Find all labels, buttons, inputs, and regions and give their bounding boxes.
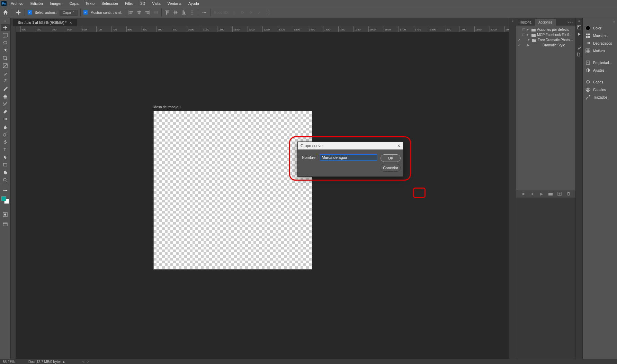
group-name-input[interactable]: [320, 154, 377, 161]
panel-menu-icon[interactable]: >> ≡: [565, 19, 575, 26]
action-row[interactable]: ▶MCP Facebook Fix 960 - P...: [518, 32, 574, 37]
align-middle-v-icon[interactable]: [173, 10, 178, 15]
new-set-icon[interactable]: [548, 191, 553, 197]
home-icon[interactable]: [2, 9, 9, 16]
distribute-h-icon[interactable]: [153, 10, 159, 15]
move-tool-icon[interactable]: [15, 9, 22, 16]
strip-brush-icon[interactable]: [577, 45, 582, 50]
magic-wand-tool[interactable]: [1, 47, 10, 54]
auto-select-checkbox[interactable]: ✓: [28, 10, 32, 15]
hand-tool[interactable]: [1, 169, 10, 176]
eyedropper-tool[interactable]: [1, 70, 10, 77]
swatches-panel-button[interactable]: Muestras: [583, 32, 617, 39]
align-center-h-icon[interactable]: [136, 10, 142, 15]
menu-vista[interactable]: Vista: [149, 0, 163, 7]
zoom-level[interactable]: 53.27%: [3, 360, 15, 364]
move-tool[interactable]: [1, 24, 10, 31]
menu-archivo[interactable]: Archivo: [8, 0, 26, 7]
new-action-icon[interactable]: [557, 191, 562, 197]
svg-rect-2: [157, 11, 158, 13]
color-swatches[interactable]: [1, 196, 9, 204]
blur-tool[interactable]: [1, 123, 10, 130]
status-bar: 53.27% Doc: 12.7 MB/0 bytes ▸ < >: [0, 359, 617, 364]
lasso-tool[interactable]: [1, 39, 10, 46]
doc-info[interactable]: Doc: 12.7 MB/0 bytes ▸: [28, 360, 65, 364]
cancel-button[interactable]: Cancelar: [381, 164, 401, 172]
document-tab[interactable]: Sin título-1 al 53.3% (RGB/8#) * ×: [13, 19, 77, 26]
clone-stamp-tool[interactable]: [1, 92, 10, 100]
strip-icon-1[interactable]: [577, 25, 582, 30]
history-brush-tool[interactable]: [1, 100, 10, 107]
right-icon-strip: «: [575, 18, 582, 359]
show-transform-checkbox[interactable]: ✓: [83, 10, 88, 15]
auto-select-target-dropdown[interactable]: Capa ˅: [60, 10, 78, 16]
crop-tool[interactable]: [1, 54, 10, 62]
dialog-titlebar[interactable]: Grupo nuevo ×: [298, 142, 403, 149]
path-selection-tool[interactable]: [1, 153, 10, 161]
document-area: Sin título-1 al 53.3% (RGB/8#) * × 05010…: [11, 18, 509, 359]
canvas-area[interactable]: 0501001502002503003504004505005506006507…: [11, 26, 509, 359]
menu-capa[interactable]: Capa: [66, 0, 81, 7]
svg-rect-22: [586, 34, 588, 35]
align-bottom-icon[interactable]: [181, 10, 187, 15]
color-panel-button[interactable]: Color: [583, 24, 617, 32]
name-label: Nombre:: [302, 154, 316, 160]
layers-panel-button[interactable]: Capas: [583, 78, 617, 86]
close-tab-icon[interactable]: ×: [69, 21, 72, 25]
menu-filtro[interactable]: Filtro: [122, 0, 136, 7]
quick-mask-icon[interactable]: [1, 211, 10, 218]
ok-button[interactable]: OK: [381, 154, 401, 162]
brush-tool[interactable]: [1, 85, 10, 92]
menu-imagen[interactable]: Imagen: [47, 0, 65, 7]
dialog-close-icon[interactable]: ×: [397, 143, 400, 148]
artboard[interactable]: [153, 111, 312, 270]
menu-seleccion[interactable]: Selección: [99, 0, 121, 7]
healing-brush-tool[interactable]: [1, 77, 10, 84]
menu-edicion[interactable]: Edición: [28, 0, 46, 7]
menu-texto[interactable]: Texto: [83, 0, 97, 7]
marquee-tool[interactable]: [1, 31, 10, 39]
status-nav[interactable]: < >: [82, 360, 89, 364]
record-icon[interactable]: ●: [530, 191, 535, 197]
adjustments-panel-button[interactable]: Ajustes: [583, 66, 617, 74]
menu-3d[interactable]: 3D: [137, 0, 148, 7]
properties-panel-button[interactable]: Propiedad...: [583, 59, 617, 66]
pen-tool[interactable]: [1, 138, 10, 145]
menu-ayuda[interactable]: Ayuda: [186, 0, 202, 7]
history-tab[interactable]: Historia: [516, 19, 535, 26]
stop-icon[interactable]: ■: [521, 191, 526, 197]
channels-panel-button[interactable]: Canales: [583, 86, 617, 93]
align-top-icon[interactable]: [164, 10, 170, 15]
rectangle-tool[interactable]: [1, 161, 10, 168]
eraser-tool[interactable]: [1, 108, 10, 115]
artboard-label[interactable]: Mesa de trabajo 1: [153, 105, 181, 109]
action-row[interactable]: ✓▶Dramatic Style: [518, 43, 574, 48]
svg-rect-24: [586, 36, 588, 38]
edit-toolbar-icon[interactable]: •••: [1, 186, 10, 194]
type-tool[interactable]: T: [1, 146, 10, 153]
strip-play-icon[interactable]: [577, 32, 582, 37]
zoom-tool[interactable]: [1, 176, 10, 183]
delete-icon[interactable]: [566, 191, 571, 197]
align-right-icon[interactable]: [145, 10, 150, 15]
align-left-icon[interactable]: [128, 10, 134, 15]
separator: [25, 9, 25, 16]
dodge-tool[interactable]: [1, 130, 10, 138]
collapse-panel-icon[interactable]: »: [583, 19, 617, 24]
expand-panel-icon-2[interactable]: «: [578, 19, 580, 23]
action-row[interactable]: ✓▼Free Dramatic Photoshop ...: [518, 37, 574, 43]
action-row[interactable]: ▶Acciones por defecto: [518, 27, 574, 32]
more-options-icon[interactable]: •••: [201, 9, 208, 16]
gradient-tool[interactable]: [1, 115, 10, 122]
strip-swatches-icon[interactable]: [577, 52, 582, 57]
actions-tab[interactable]: Acciones: [535, 19, 556, 26]
distribute-v-icon[interactable]: [189, 10, 195, 15]
paths-panel-button[interactable]: Trazados: [583, 93, 617, 101]
screen-mode-icon[interactable]: [1, 221, 10, 228]
gradients-panel-button[interactable]: Degradados: [583, 39, 617, 47]
play-icon[interactable]: ▶: [539, 191, 544, 197]
patterns-panel-button[interactable]: Motivos: [583, 47, 617, 55]
menu-ventana[interactable]: Ventana: [165, 0, 184, 7]
frame-tool[interactable]: [1, 62, 10, 69]
expand-panel-icon[interactable]: «: [512, 19, 513, 23]
